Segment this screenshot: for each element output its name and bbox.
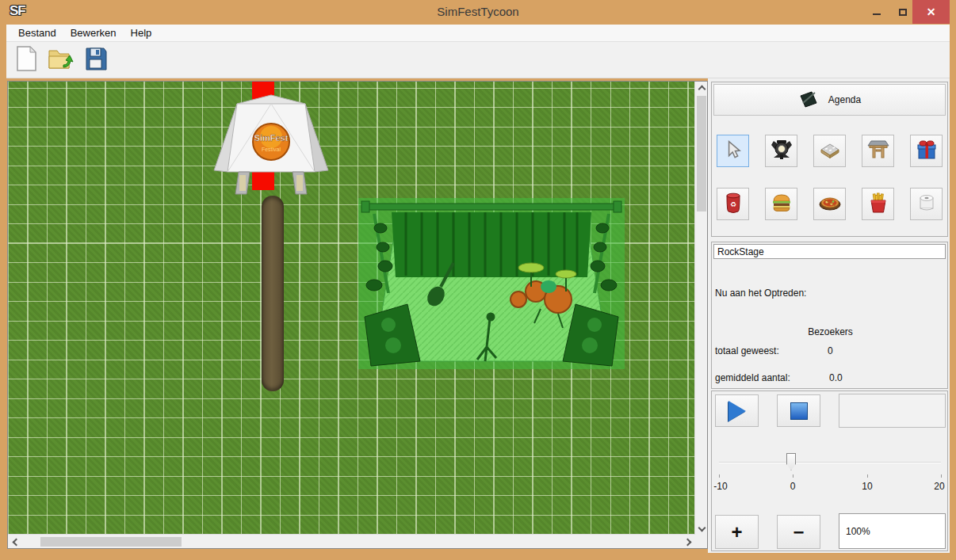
minimize-icon: [873, 13, 881, 15]
gate-icon: [867, 139, 889, 164]
now-performing-label: Nu aan het Optreden:: [715, 288, 806, 299]
slider-tick: [867, 474, 868, 478]
open-file-button[interactable]: [47, 46, 75, 74]
speed-slider[interactable]: -10 0 10 20: [717, 451, 944, 490]
toilet-tool[interactable]: [910, 188, 943, 220]
slider-tick: [941, 474, 942, 478]
agenda-book-icon: [798, 90, 819, 110]
menu-help[interactable]: Help: [124, 25, 159, 40]
trash-can-icon: ♻: [723, 192, 744, 217]
slider-tick: [793, 474, 793, 478]
festival-map-canvas[interactable]: SimFest Festival: [8, 82, 695, 535]
total-visitors-value: 0: [828, 345, 833, 356]
scroll-up-icon[interactable]: [698, 86, 705, 92]
save-file-button[interactable]: [82, 46, 110, 74]
side-panel: Agenda: [708, 78, 950, 553]
menu-bestand[interactable]: Bestand: [11, 25, 63, 40]
slider-label-max: 20: [934, 481, 944, 492]
open-folder-icon: [48, 46, 75, 74]
toilet-paper-icon: [916, 192, 937, 217]
svg-text:Festival: Festival: [262, 147, 281, 152]
stage-rockstage[interactable]: [358, 198, 625, 369]
total-visitors-label: totaal geweest:: [715, 345, 779, 356]
stop-icon: [790, 402, 808, 420]
horizontal-scroll-thumb[interactable]: [40, 537, 182, 547]
stop-button[interactable]: [777, 394, 820, 427]
new-file-button[interactable]: [12, 46, 40, 74]
visitors-header: Bezoekers: [712, 326, 949, 337]
entrance-tool[interactable]: [862, 135, 894, 167]
average-visitors-value: 0.0: [829, 372, 843, 383]
trash-tool[interactable]: ♻: [717, 188, 749, 220]
fries-tool[interactable]: [862, 188, 894, 220]
map-canvas-frame: SimFest Festival: [7, 81, 708, 549]
road-tile-icon: [819, 139, 841, 164]
vertical-scrollbar[interactable]: [694, 82, 707, 535]
new-document-icon: [14, 46, 38, 74]
zoom-in-button[interactable]: +: [715, 515, 759, 549]
average-visitors-label: gemiddeld aantal:: [715, 372, 790, 383]
minimize-button[interactable]: [865, 0, 889, 24]
tools-group: Agenda: [711, 82, 948, 237]
slider-thumb[interactable]: [786, 453, 796, 470]
vertical-scroll-thumb[interactable]: [697, 96, 706, 211]
slider-tick: [719, 474, 720, 478]
scroll-right-icon[interactable]: [684, 539, 690, 545]
app-window: SF SimFestTycoon ✕ Bestand Bewerken Help: [0, 0, 956, 560]
toolbar: [6, 42, 950, 78]
french-fries-icon: [868, 192, 889, 217]
stage-info-group: Nu aan het Optreden: Bezoekers totaal ge…: [711, 242, 948, 389]
slider-label-zero: 0: [790, 481, 796, 492]
spotlight-tool[interactable]: [765, 135, 797, 167]
menu-bewerken[interactable]: Bewerken: [63, 25, 124, 40]
stage-name-input[interactable]: [713, 244, 946, 259]
pizza-icon: [818, 192, 842, 216]
cursor-arrow-icon: [723, 139, 744, 163]
horizontal-scrollbar[interactable]: [8, 534, 695, 548]
select-tool[interactable]: [717, 135, 749, 167]
close-button[interactable]: ✕: [912, 0, 950, 24]
play-icon: [728, 401, 746, 421]
title-bar: SF SimFestTycoon ✕: [0, 0, 956, 24]
dirt-path[interactable]: [262, 196, 284, 391]
stage-light-icon: [771, 139, 793, 164]
status-button[interactable]: [839, 394, 946, 428]
slider-label-min: -10: [713, 481, 727, 492]
maximize-button[interactable]: [891, 0, 915, 24]
simulation-controls-group: -10 0 10 20 + −: [711, 390, 948, 551]
burger-tool[interactable]: [765, 188, 797, 220]
agenda-button[interactable]: Agenda: [713, 84, 946, 116]
agenda-button-label: Agenda: [828, 94, 861, 105]
gift-icon: [916, 139, 938, 164]
hamburger-icon: [771, 192, 793, 216]
maximize-icon: [899, 9, 907, 16]
slider-track[interactable]: [719, 462, 941, 463]
window-title: SimFestTycoon: [0, 5, 956, 18]
menu-bar: Bestand Bewerken Help: [6, 25, 950, 42]
tent-logo-text: SimFest: [254, 133, 289, 143]
road-tool[interactable]: [813, 135, 846, 167]
play-button[interactable]: [715, 394, 759, 427]
save-floppy-icon: [84, 46, 108, 74]
gift-tool[interactable]: [910, 135, 943, 167]
slider-label-ten: 10: [862, 481, 872, 492]
entrance-tent[interactable]: SimFest Festival: [212, 91, 331, 196]
scroll-left-icon[interactable]: [13, 539, 19, 545]
scroll-down-icon[interactable]: [698, 524, 705, 531]
svg-text:♻: ♻: [729, 200, 736, 208]
zoom-out-button[interactable]: −: [777, 515, 820, 549]
zoom-level-field[interactable]: [839, 513, 946, 549]
pizza-tool[interactable]: [813, 188, 846, 220]
